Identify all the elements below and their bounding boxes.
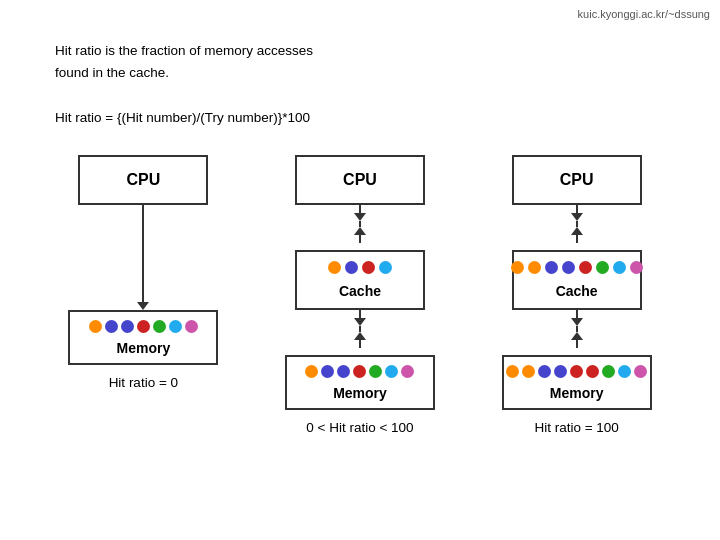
- column-col3: CPU Cache MemoryHit ratio = 100: [482, 155, 672, 435]
- memory-dot: [506, 365, 519, 378]
- cache-dots: [511, 261, 643, 274]
- memory-dots: [506, 365, 647, 378]
- arrow-cpu-cache: [354, 205, 366, 250]
- memory-label: Memory: [333, 385, 387, 401]
- memory-dot: [305, 365, 318, 378]
- memory-dot: [401, 365, 414, 378]
- cache-label: Cache: [556, 283, 598, 299]
- diagrams: CPU MemoryHit ratio = 0CPU Cache Memory0…: [35, 155, 685, 435]
- cpu-box-col3: CPU: [512, 155, 642, 205]
- memory-dot: [522, 365, 535, 378]
- memory-dot: [121, 320, 134, 333]
- description-line2: found in the cache.: [55, 62, 313, 84]
- memory-box-col2: Memory: [285, 355, 435, 410]
- memory-dot: [369, 365, 382, 378]
- arrow-cpu-cache: [571, 205, 583, 250]
- memory-dot: [570, 365, 583, 378]
- description-line1: Hit ratio is the fraction of memory acce…: [55, 40, 313, 62]
- cache-dot: [345, 261, 358, 274]
- memory-dot: [353, 365, 366, 378]
- cache-dot: [613, 261, 626, 274]
- cache-dot: [379, 261, 392, 274]
- memory-dot: [169, 320, 182, 333]
- hit-ratio-label-col1: Hit ratio = 0: [109, 375, 178, 390]
- column-col1: CPU MemoryHit ratio = 0: [48, 155, 238, 435]
- cache-dot: [579, 261, 592, 274]
- memory-dot: [586, 365, 599, 378]
- memory-dot: [538, 365, 551, 378]
- memory-label: Memory: [550, 385, 604, 401]
- arrow-cpu-memory: [137, 205, 149, 310]
- cache-dot: [328, 261, 341, 274]
- description: Hit ratio is the fraction of memory acce…: [55, 40, 313, 83]
- memory-dot: [137, 320, 150, 333]
- memory-dot: [554, 365, 567, 378]
- cache-dot: [528, 261, 541, 274]
- memory-dots: [305, 365, 414, 378]
- memory-dot: [618, 365, 631, 378]
- formula: Hit ratio = {(Hit number)/(Try number)}*…: [55, 110, 310, 125]
- cache-dots: [328, 261, 392, 274]
- memory-dot: [153, 320, 166, 333]
- cache-dot: [596, 261, 609, 274]
- memory-dot: [89, 320, 102, 333]
- hit-ratio-label-col2: 0 < Hit ratio < 100: [306, 420, 413, 435]
- memory-dots: [89, 320, 198, 333]
- arrow-cache-memory: [354, 310, 366, 355]
- memory-dot: [337, 365, 350, 378]
- cpu-box-col2: CPU: [295, 155, 425, 205]
- memory-dot: [385, 365, 398, 378]
- cache-box-col2: Cache: [295, 250, 425, 310]
- memory-box-col1: Memory: [68, 310, 218, 365]
- memory-label: Memory: [116, 340, 170, 356]
- memory-dot: [602, 365, 615, 378]
- column-col2: CPU Cache Memory0 < Hit ratio < 100: [265, 155, 455, 435]
- cache-dot: [362, 261, 375, 274]
- watermark: kuic.kyonggi.ac.kr/~dssung: [578, 8, 710, 20]
- cache-box-col3: Cache: [512, 250, 642, 310]
- cpu-box-col1: CPU: [78, 155, 208, 205]
- cache-dot: [562, 261, 575, 274]
- cache-dot: [630, 261, 643, 274]
- memory-dot: [321, 365, 334, 378]
- memory-dot: [105, 320, 118, 333]
- memory-dot: [634, 365, 647, 378]
- cache-dot: [545, 261, 558, 274]
- memory-box-col3: Memory: [502, 355, 652, 410]
- memory-dot: [185, 320, 198, 333]
- arrow-cache-memory: [571, 310, 583, 355]
- cache-label: Cache: [339, 283, 381, 299]
- cache-dot: [511, 261, 524, 274]
- hit-ratio-label-col3: Hit ratio = 100: [534, 420, 618, 435]
